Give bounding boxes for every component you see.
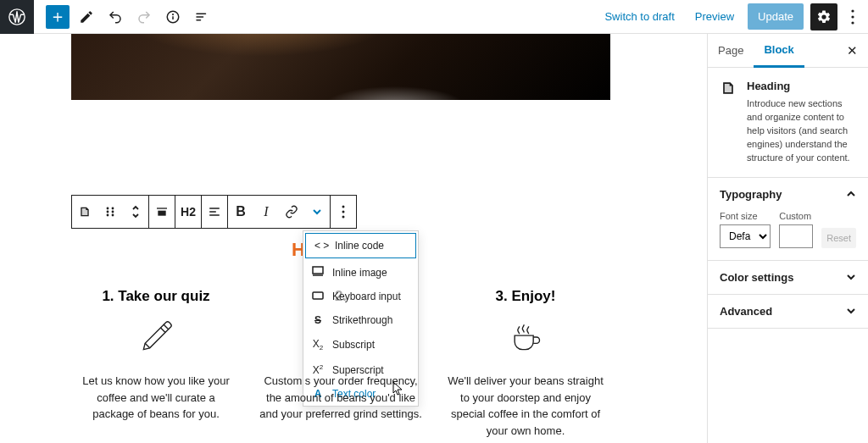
typography-panel-head[interactable]: Typography: [708, 178, 868, 211]
dropdown-item-label: Inline code: [335, 240, 384, 252]
custom-font-size-input[interactable]: [779, 224, 813, 248]
svg-point-3: [173, 14, 174, 14]
more-formatting-button[interactable]: [304, 196, 330, 228]
pencil-icon: [71, 315, 241, 359]
svg-point-8: [851, 15, 854, 18]
switch-to-draft-button[interactable]: Switch to draft: [598, 5, 681, 28]
column-2[interactable]: 2. Custom s your order frequency, the am…: [256, 288, 426, 439]
settings-sidebar: Page Block ✕ Heading Introduce new secti…: [707, 34, 868, 443]
editor-canvas: H2 B I H: [0, 34, 707, 443]
text-align-button[interactable]: [202, 196, 227, 228]
chevron-down-icon: [846, 306, 856, 316]
dropdown-inline-code[interactable]: < > Inline code: [305, 233, 416, 258]
column-body: Let us know how you like your coffee and…: [71, 373, 241, 423]
panel-title: Typography: [720, 188, 782, 201]
svg-point-13: [112, 211, 114, 213]
cover-image[interactable]: [71, 34, 610, 100]
link-button[interactable]: [279, 196, 304, 228]
svg-point-23: [342, 216, 345, 219]
block-type-icon[interactable]: [72, 196, 97, 228]
advanced-panel: Advanced: [708, 295, 868, 329]
tab-block[interactable]: Block: [754, 34, 804, 68]
undo-icon[interactable]: [103, 5, 127, 29]
column-icon-hidden: [256, 315, 426, 359]
image-icon: [312, 266, 324, 279]
column-title: 2.: [256, 288, 426, 305]
svg-point-22: [342, 211, 345, 213]
chevron-down-icon: [846, 272, 856, 282]
block-more-options-button[interactable]: [331, 196, 356, 228]
columns-block: 1. Take our quiz Let us know how you lik…: [71, 288, 610, 439]
color-settings-panel: Color settings: [708, 261, 868, 295]
wordpress-logo[interactable]: [0, 0, 34, 34]
redo-icon: [132, 5, 156, 29]
heading-level-button[interactable]: H2: [175, 196, 201, 228]
bold-button[interactable]: B: [228, 196, 253, 228]
close-sidebar-button[interactable]: ✕: [847, 43, 868, 58]
font-size-select[interactable]: Default: [720, 224, 771, 248]
column-body: We'll deliver your beans straight to you…: [441, 373, 610, 439]
column-body: Custom s your order frequency, the amoun…: [256, 373, 426, 423]
column-3[interactable]: 3. Enjoy! We'll deliver your beans strai…: [441, 288, 610, 439]
block-description: Heading Introduce new sections and organ…: [708, 68, 868, 178]
typography-panel: Typography Font size Default Custom Rese…: [708, 178, 868, 261]
move-up-down-icon[interactable]: [123, 196, 148, 228]
dropdown-inline-image[interactable]: Inline image: [303, 260, 418, 285]
block-toolbar: H2 B I: [71, 195, 357, 229]
edit-icon[interactable]: [75, 5, 98, 29]
svg-rect-24: [313, 267, 323, 274]
sidebar-tabs: Page Block ✕: [708, 34, 868, 68]
svg-point-14: [107, 214, 109, 217]
column-1[interactable]: 1. Take our quiz Let us know how you lik…: [71, 288, 241, 439]
heading-block-icon: [720, 80, 737, 97]
svg-rect-17: [158, 211, 165, 216]
italic-button[interactable]: I: [253, 196, 279, 228]
info-icon[interactable]: [161, 5, 185, 29]
panel-title: Advanced: [720, 305, 772, 318]
editor-topbar: ＋ Switch to draft Preview Update: [0, 0, 868, 34]
column-title: 3. Enjoy!: [441, 288, 610, 305]
advanced-panel-head[interactable]: Advanced: [708, 295, 868, 328]
chevron-up-icon: [846, 189, 856, 199]
svg-point-12: [107, 211, 109, 213]
reset-font-size-button[interactable]: Reset: [821, 228, 856, 248]
svg-point-21: [342, 206, 345, 208]
update-button[interactable]: Update: [748, 3, 804, 30]
dropdown-item-label: Inline image: [332, 267, 387, 279]
column-title: 1. Take our quiz: [71, 288, 241, 305]
outline-icon[interactable]: [190, 5, 214, 29]
preview-button[interactable]: Preview: [688, 5, 741, 28]
add-block-button[interactable]: ＋: [46, 5, 70, 29]
font-size-label: Font size: [720, 211, 771, 221]
panel-title: Color settings: [720, 271, 793, 284]
block-desc-text: Introduce new sections and organize cont…: [747, 97, 856, 165]
more-options-button[interactable]: [844, 9, 861, 25]
align-button[interactable]: [149, 196, 175, 228]
block-name: Heading: [747, 80, 856, 92]
code-icon: < >: [314, 240, 326, 252]
svg-point-10: [107, 208, 109, 210]
svg-point-9: [851, 21, 854, 24]
settings-button[interactable]: [810, 3, 837, 30]
color-settings-panel-head[interactable]: Color settings: [708, 261, 868, 294]
svg-point-15: [112, 214, 114, 217]
custom-label: Custom: [779, 211, 813, 221]
svg-point-11: [112, 208, 114, 210]
coffee-cup-icon: [441, 315, 610, 359]
tab-page[interactable]: Page: [708, 34, 754, 68]
drag-handle-icon[interactable]: [97, 196, 123, 228]
svg-point-7: [851, 9, 854, 12]
